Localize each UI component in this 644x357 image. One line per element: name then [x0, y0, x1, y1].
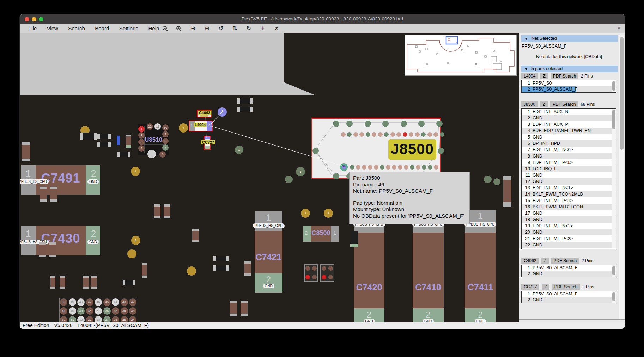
grid-pad[interactable]: 49: [69, 298, 76, 306]
zoom-to-part-button[interactable]: Z: [542, 284, 549, 290]
four-pad-component[interactable]: [304, 264, 318, 282]
rotate-ccw-icon[interactable]: ↺: [215, 24, 227, 32]
pin-row[interactable]: 13EDP_INT_ML_N<1>: [522, 185, 616, 191]
grid-pad[interactable]: 42: [129, 298, 136, 306]
grid-pad[interactable]: 28: [95, 316, 102, 322]
grid-pad[interactable]: 35: [112, 307, 119, 315]
pin-row[interactable]: 14BKLT_PWM_TCON2MLB: [522, 191, 616, 197]
pin-list-scrollbar[interactable]: [612, 291, 616, 303]
pin-list-cc727[interactable]: 1PP5V_S0_ALSCAM_F2GND: [521, 291, 616, 303]
four-pad-component[interactable]: [320, 264, 334, 282]
component-c7430[interactable]: 1 2 C7430 PPBUS_HS_CPU GND: [21, 226, 100, 255]
grid-pad[interactable]: 45: [103, 298, 111, 306]
bga-pad-grid[interactable]: 5049484746454443424140393837363534333231…: [59, 298, 138, 322]
menu-view[interactable]: View: [47, 24, 58, 33]
grid-pad[interactable]: 37: [95, 307, 102, 315]
collapse-panel-icon[interactable]: «: [616, 26, 622, 29]
pin-row[interactable]: 1PP5V_S0: [522, 80, 616, 86]
grid-pad[interactable]: 47: [86, 298, 93, 306]
pin-row[interactable]: 19EDP_INT_ML_N<2>: [522, 223, 616, 229]
pin-row[interactable]: 1EDP_INT_AUX_N: [522, 109, 616, 115]
pin-row[interactable]: 12GND: [522, 178, 616, 185]
pin-list-scrollbar[interactable]: [612, 81, 616, 92]
pin-list-scrollbar[interactable]: [612, 265, 616, 277]
zoom-out-icon[interactable]: [159, 24, 171, 33]
pin-row[interactable]: 3EDP_INT_AUX_P: [522, 121, 616, 128]
grid-pad[interactable]: 25: [121, 316, 128, 322]
pdf-search-button[interactable]: PDF Search: [550, 101, 578, 107]
pin-row[interactable]: 1PP5V_S0_ALSCAM_F: [522, 291, 616, 297]
zoom-to-part-button[interactable]: Z: [540, 101, 548, 107]
menu-help[interactable]: Help: [148, 24, 159, 33]
grid-pad[interactable]: 41: [60, 307, 67, 315]
pin-row[interactable]: 18GND: [522, 216, 616, 223]
pin-list-scrollbar-thumb[interactable]: [612, 292, 615, 301]
pin-row[interactable]: 5GND: [522, 134, 616, 140]
center-target-icon[interactable]: ⌖: [256, 24, 269, 31]
grid-pad[interactable]: 36: [103, 307, 111, 315]
component-c7421[interactable]: 1PPBUS_HS_CPUC74212GND: [255, 211, 282, 293]
pin-row[interactable]: 1PP5V_S0_ALSCAM_F: [522, 265, 616, 271]
pin-row[interactable]: 17GND: [522, 210, 616, 216]
pin-row[interactable]: 2GND: [522, 271, 616, 277]
pin-46-pad[interactable]: 46: [340, 163, 348, 171]
zoom-in-icon[interactable]: [173, 24, 185, 33]
pin-row[interactable]: 22GND: [522, 242, 616, 248]
pdf-search-button[interactable]: PDF Search: [551, 258, 579, 264]
menu-board[interactable]: Board: [95, 24, 109, 33]
grid-pad[interactable]: 38: [86, 307, 93, 315]
part-ref-button-c4062[interactable]: C4062: [521, 258, 539, 264]
part-ref-button-cc727[interactable]: CC727: [521, 284, 539, 290]
pin-row[interactable]: 4BUF_EDP_PANEL_PWR_EN: [522, 128, 616, 134]
grid-pad[interactable]: 46: [95, 298, 102, 306]
grid-pad[interactable]: 33: [129, 307, 136, 315]
flip-vertical-icon[interactable]: ⇅: [229, 24, 241, 32]
grid-pad[interactable]: 32: [60, 316, 67, 322]
pdf-search-button[interactable]: PDF Search: [551, 73, 578, 79]
pin-list-j8500[interactable]: 1EDP_INT_AUX_N2GND3EDP_INT_AUX_P4BUF_EDP…: [521, 108, 616, 249]
component-c7411[interactable]: 1PPBUS_HS_CPUC74112GND: [465, 210, 496, 322]
board-minimap[interactable]: [405, 35, 517, 76]
grid-pad[interactable]: 40: [69, 307, 76, 315]
title-bar[interactable]: FlexBV5 FE - /Users/work/Desktop/820-009…: [20, 14, 625, 24]
rotate-cw-icon[interactable]: ↻: [243, 24, 255, 32]
sidebar-scrollbar-thumb[interactable]: [620, 37, 624, 150]
zoom-to-part-button[interactable]: Z: [541, 258, 548, 264]
pin-row[interactable]: 11GND: [522, 172, 616, 178]
component-j8500[interactable]: J8500 46: [311, 118, 441, 179]
pin-list-l4004[interactable]: 1PP5V_S02PP5V_S0_ALSCAM_F: [521, 80, 616, 93]
pdf-search-button[interactable]: PDF Search: [552, 284, 580, 290]
sidebar-scrollbar[interactable]: [619, 35, 624, 319]
component-c7491[interactable]: 1 2 C7491 PPBUS_HS_CPU GND: [21, 165, 100, 195]
collapse-circle-icon[interactable]: ⊖: [187, 24, 199, 32]
pin-row[interactable]: 20GND: [522, 229, 616, 235]
menu-file[interactable]: File: [28, 24, 37, 33]
grid-pad[interactable]: 48: [77, 298, 85, 306]
grid-pad[interactable]: 30: [77, 316, 85, 322]
pin-list-c4062[interactable]: 1PP5V_S0_ALSCAM_F2GND: [521, 265, 616, 277]
pin-list-scrollbar-thumb[interactable]: [612, 81, 615, 91]
grid-pad[interactable]: 24: [129, 316, 136, 322]
close-tool-icon[interactable]: ✕: [271, 24, 283, 32]
part-ref-button-l4004[interactable]: L4004: [521, 73, 538, 79]
pin-row[interactable]: 7EDP_INT_ML_N<0>: [522, 147, 616, 153]
pin-row[interactable]: 9EDP_INT_ML_P<0>: [522, 159, 616, 166]
pin-list-scrollbar-thumb[interactable]: [612, 110, 615, 129]
menu-search[interactable]: Search: [68, 24, 85, 33]
pin-row[interactable]: 15EDP_INT_ML_P<1>: [522, 197, 616, 204]
grid-pad[interactable]: 29: [86, 316, 93, 322]
pin-row[interactable]: 10LCD_IRQ_L: [522, 166, 616, 172]
pin-row[interactable]: 16BKLT_PWM_MLB2TCON: [522, 204, 616, 210]
component-c7420[interactable]: 1PPBUS_HS_CPUC74202GND: [354, 210, 384, 322]
expand-circle-icon[interactable]: ⊕: [201, 24, 213, 32]
component-c7410[interactable]: 1PPBUS_HS_CPUC74102GND: [413, 210, 444, 322]
grid-pad[interactable]: 26: [112, 316, 119, 322]
grid-pad[interactable]: 44: [112, 298, 119, 306]
grid-pad[interactable]: 50: [60, 298, 67, 306]
grid-pad[interactable]: 39: [77, 307, 85, 315]
component-u8510[interactable]: U8510 12341211109876: [138, 124, 169, 155]
grid-pad[interactable]: 31: [69, 316, 76, 322]
grid-pad[interactable]: 34: [121, 307, 128, 315]
part-ref-button-j8500[interactable]: J8500: [521, 101, 538, 107]
grid-pad[interactable]: 43: [121, 298, 128, 306]
